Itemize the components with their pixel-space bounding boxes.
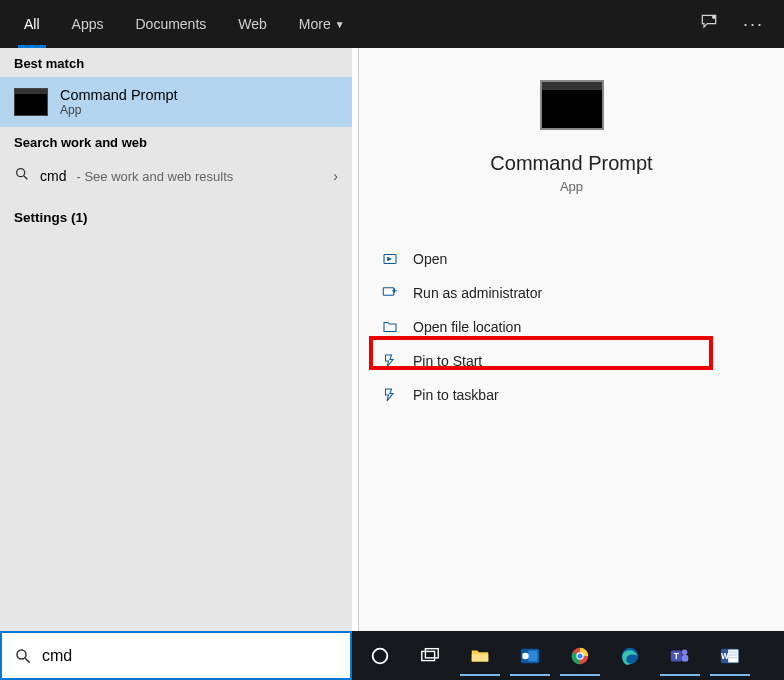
- search-web-heading: Search work and web: [0, 127, 352, 156]
- admin-icon: [381, 284, 399, 302]
- task-view-button[interactable]: [408, 636, 452, 676]
- action-run-as-admin[interactable]: Run as administrator: [367, 276, 776, 310]
- search-scope-tabs: All Apps Documents Web More▼ ···: [0, 0, 784, 48]
- detail-pane: Command Prompt App Open Run as administr…: [358, 48, 784, 631]
- teams-button[interactable]: T: [658, 636, 702, 676]
- svg-point-7: [373, 648, 388, 663]
- detail-title: Command Prompt: [359, 152, 784, 175]
- best-match-heading: Best match: [0, 48, 352, 77]
- command-prompt-icon: [540, 80, 604, 130]
- svg-rect-8: [422, 651, 435, 660]
- search-input[interactable]: [42, 647, 338, 665]
- feedback-icon[interactable]: [699, 12, 719, 36]
- svg-line-6: [25, 658, 30, 663]
- svg-point-0: [712, 15, 716, 19]
- svg-rect-9: [425, 648, 438, 657]
- search-web-term: cmd: [40, 168, 66, 184]
- action-label: Open: [413, 251, 447, 267]
- svg-text:W: W: [721, 651, 729, 660]
- tab-web[interactable]: Web: [222, 0, 283, 48]
- more-options-icon[interactable]: ···: [743, 14, 764, 35]
- action-open[interactable]: Open: [367, 242, 776, 276]
- cortana-button[interactable]: [358, 636, 402, 676]
- svg-point-16: [577, 653, 582, 658]
- search-icon: [14, 647, 32, 665]
- svg-point-5: [17, 650, 26, 659]
- action-label: Pin to taskbar: [413, 387, 499, 403]
- pin-icon: [381, 352, 399, 370]
- svg-rect-25: [729, 654, 737, 655]
- action-open-location[interactable]: Open file location: [367, 310, 776, 344]
- svg-rect-12: [528, 650, 537, 661]
- action-pin-taskbar[interactable]: Pin to taskbar: [367, 378, 776, 412]
- results-pane: Best match Command Prompt App Search wor…: [0, 48, 352, 631]
- edge-button[interactable]: [608, 636, 652, 676]
- chrome-button[interactable]: [558, 636, 602, 676]
- best-match-subtitle: App: [60, 103, 178, 117]
- command-prompt-icon: [14, 88, 48, 116]
- svg-text:T: T: [674, 651, 679, 660]
- action-pin-start[interactable]: Pin to Start: [367, 344, 776, 378]
- tab-documents[interactable]: Documents: [119, 0, 222, 48]
- svg-point-1: [17, 169, 25, 177]
- svg-point-13: [522, 652, 528, 658]
- svg-rect-26: [729, 656, 737, 657]
- svg-line-2: [24, 176, 27, 179]
- svg-rect-21: [682, 655, 688, 661]
- svg-rect-24: [729, 651, 737, 652]
- outlook-button[interactable]: [508, 636, 552, 676]
- best-match-result[interactable]: Command Prompt App: [0, 77, 352, 127]
- search-web-hint: - See work and web results: [76, 169, 233, 184]
- detail-subtitle: App: [359, 179, 784, 194]
- open-icon: [381, 250, 399, 268]
- action-label: Run as administrator: [413, 285, 542, 301]
- word-button[interactable]: W: [708, 636, 752, 676]
- taskbar: T W: [352, 631, 784, 680]
- search-icon: [14, 166, 30, 186]
- settings-heading[interactable]: Settings (1): [0, 196, 352, 231]
- svg-rect-4: [383, 288, 394, 296]
- svg-point-20: [682, 649, 688, 655]
- search-web-result[interactable]: cmd - See work and web results ›: [0, 156, 352, 196]
- best-match-title: Command Prompt: [60, 87, 178, 103]
- tab-more[interactable]: More▼: [283, 0, 361, 48]
- action-label: Open file location: [413, 319, 521, 335]
- folder-icon: [381, 318, 399, 336]
- search-box[interactable]: [0, 631, 352, 680]
- action-label: Pin to Start: [413, 353, 482, 369]
- tab-apps[interactable]: Apps: [56, 0, 120, 48]
- chevron-right-icon: ›: [333, 168, 338, 184]
- tab-all[interactable]: All: [8, 0, 56, 48]
- file-explorer-button[interactable]: [458, 636, 502, 676]
- svg-rect-10: [472, 654, 489, 661]
- pin-icon: [381, 386, 399, 404]
- action-list: Open Run as administrator Open file loca…: [359, 242, 784, 412]
